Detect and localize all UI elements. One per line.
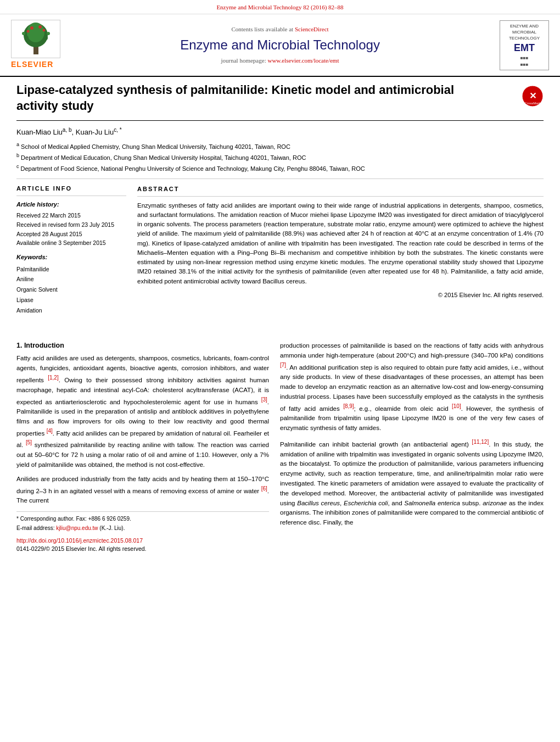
main-left-col: 1. Introduction Fatty acid anilides are … [16, 341, 269, 553]
journal-header: ELSEVIER Contents lists available at Sci… [0, 14, 560, 77]
journal-info-center: Contents lists available at ScienceDirec… [60, 25, 500, 65]
svg-point-8 [30, 26, 33, 30]
author2-sup: c, * [114, 127, 121, 133]
journal-homepage: journal homepage: www.elsevier.com/locat… [60, 57, 500, 65]
svg-point-7 [47, 32, 50, 35]
article-history: Article history: Received 22 March 2015 … [16, 200, 126, 248]
emt-logo-box: ENZYME ANDMICROBIALTECHNOLOGY EMT ■■■■■■ [500, 20, 549, 70]
article-dates: Received 22 March 2015 Received in revis… [16, 211, 126, 248]
svg-point-11 [42, 29, 45, 31]
article-info-heading: ARTICLE INFO [16, 185, 126, 196]
journal-citation: Enzyme and Microbial Technology 82 (2016… [216, 4, 343, 10]
article-info-abstract: ARTICLE INFO Article history: Received 2… [16, 178, 544, 321]
received-date: Received 22 March 2015 [16, 211, 126, 220]
elsevier-wordmark: ELSEVIER [11, 59, 53, 70]
author2-name: Kuan-Ju Liu [76, 129, 114, 137]
right-paragraph-2: Palmitanilide can inhibit bacterial grow… [280, 438, 544, 528]
footnote-email: E-mail address: kjliu@npu.edu.tw (K.-J. … [16, 525, 269, 532]
svg-text:✕: ✕ [529, 91, 536, 101]
keyword-4: Lipase [16, 295, 126, 305]
homepage-url[interactable]: www.elsevier.com/locate/emt [267, 57, 339, 64]
article-info-col: ARTICLE INFO Article history: Received 2… [16, 185, 126, 321]
available-online-date: Available online 3 September 2015 [16, 238, 126, 248]
svg-point-10 [26, 30, 29, 32]
keyword-3: Organic Solvent [16, 284, 126, 295]
abstract-text: Enzymatic syntheses of fatty acid anilid… [137, 201, 544, 286]
keywords-label: Keywords: [16, 253, 126, 261]
main-right-col: production processes of palmitanilide is… [280, 341, 544, 553]
emt-logo: ENZYME ANDMICROBIALTECHNOLOGY EMT ■■■■■■ [500, 20, 549, 70]
received-revised-date: Received in revised form 23 July 2015 [16, 220, 126, 230]
issn-line: 0141-0229/© 2015 Elsevier Inc. All right… [16, 545, 147, 552]
article-history-label: Article history: [16, 200, 126, 209]
article-title-section: Lipase-catalyzed synthesis of palmitanil… [16, 82, 544, 121]
keyword-5: Amidation [16, 305, 126, 316]
intro-paragraph-2: Anilides are produced industrially from … [16, 475, 269, 506]
article-body: Lipase-catalyzed synthesis of palmitanil… [0, 77, 560, 341]
svg-point-6 [22, 32, 25, 35]
keyword-2: Aniline [16, 274, 126, 284]
emt-label: EMT [502, 41, 546, 55]
section1-title: 1. Introduction [16, 341, 269, 351]
doi-section: http://dx.doi.org/10.1016/j.enzmictec.20… [16, 537, 269, 553]
crossmark-icon[interactable]: ✕ CrossMark [522, 85, 544, 107]
footnote-corresponding: * Corresponding author. Fax: +886 6 926 … [16, 515, 269, 523]
journal-title: Enzyme and Microbial Technology [60, 36, 500, 54]
svg-point-9 [38, 25, 42, 29]
copyright-line: © 2015 Elsevier Inc. All rights reserved… [137, 291, 544, 300]
contents-line: Contents lists available at ScienceDirec… [60, 25, 500, 34]
keywords-section: Keywords: Palmitanilide Aniline Organic … [16, 253, 126, 316]
elsevier-logo: ELSEVIER [11, 20, 60, 70]
right-paragraph-1: production processes of palmitanilide is… [280, 341, 544, 433]
svg-point-5 [43, 36, 48, 40]
keywords-list: Palmitanilide Aniline Organic Solvent Li… [16, 264, 126, 316]
footnote-section: * Corresponding author. Fax: +886 6 926 … [16, 511, 269, 532]
svg-point-3 [27, 23, 44, 42]
abstract-heading: ABSTRACT [137, 185, 544, 197]
author1-sup: a, b [63, 127, 72, 133]
main-content: 1. Introduction Fatty acid anilides are … [0, 341, 560, 553]
affil-a: a School of Medical Applied Chemistry, C… [16, 141, 544, 151]
affil-b: b Department of Medical Education, Chung… [16, 152, 544, 162]
intro-paragraph-1: Fatty acid anilides are used as detergen… [16, 354, 269, 470]
footnote-email-link[interactable]: kjliu@npu.edu.tw [56, 525, 98, 531]
accepted-date: Accepted 28 August 2015 [16, 230, 126, 239]
doi-link[interactable]: http://dx.doi.org/10.1016/j.enzmictec.20… [16, 537, 143, 544]
svg-text:CrossMark: CrossMark [524, 102, 541, 105]
affiliations: a School of Medical Applied Chemistry, C… [16, 141, 544, 173]
author1-name: Kuan-Miao Liu [16, 129, 63, 137]
affil-c: c Department of Food Science, National P… [16, 163, 544, 173]
top-bar: Enzyme and Microbial Technology 82 (2016… [0, 0, 560, 14]
svg-rect-1 [33, 46, 38, 54]
authors-line: Kuan-Miao Liua, b, Kuan-Ju Liuc, * [16, 126, 544, 138]
abstract-col: ABSTRACT Enzymatic syntheses of fatty ac… [137, 185, 544, 321]
svg-point-4 [24, 36, 29, 40]
sciencedirect-link[interactable]: ScienceDirect [295, 26, 329, 32]
article-title: Lipase-catalyzed synthesis of palmitanil… [16, 82, 467, 114]
keyword-1: Palmitanilide [16, 264, 126, 275]
elsevier-tree-image [11, 20, 60, 58]
